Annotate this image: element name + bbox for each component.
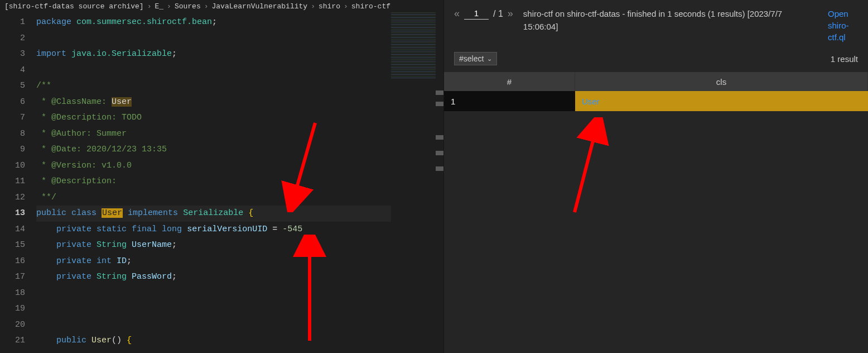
code-line[interactable]: * @Description: (36, 174, 443, 190)
code-area[interactable]: package com.summersec.shiroctf.bean;impo… (36, 12, 443, 353)
select-dropdown[interactable]: #select ⌄ (454, 52, 497, 65)
results-count: 1 result (831, 54, 858, 64)
breadcrumb-segment[interactable]: [shiro-ctf-datas source archive] (4, 2, 144, 11)
line-gutter: 123456789101112131415161718192021 (0, 12, 36, 353)
minimap[interactable] (391, 12, 436, 353)
breadcrumb[interactable]: [shiro-ctf-datas source archive]›E_›Sour… (0, 0, 443, 12)
code-line[interactable]: /** (36, 78, 443, 94)
code-line[interactable]: package com.summersec.shiroctf.bean; (36, 15, 443, 31)
prev-page-button[interactable]: « (454, 8, 460, 20)
open-query-link[interactable]: Open shiro-ctf.ql (828, 8, 858, 43)
page-total: / 1 (493, 9, 503, 19)
breadcrumb-segment[interactable]: shiro-ctf (351, 2, 390, 11)
svg-line-5 (575, 126, 597, 212)
results-header: « / 1 » shiro-ctf on shiro-ctf-datas - f… (444, 0, 868, 49)
cell-index: 1 (444, 91, 575, 111)
code-line[interactable]: * @Author: Summer (36, 126, 443, 142)
code-line[interactable]: public User() { (36, 333, 443, 349)
breadcrumb-segment[interactable]: shiro (319, 2, 340, 11)
code-line[interactable]: * @Description: TODO (36, 110, 443, 126)
scrollbar[interactable] (436, 12, 443, 353)
results-table: # cls 1 User (444, 72, 868, 111)
code-line[interactable]: **/ (36, 190, 443, 206)
code-line[interactable]: private static final long serialVersionU… (36, 222, 443, 238)
code-line[interactable]: * @ClassName: User (36, 94, 443, 111)
breadcrumb-segment[interactable]: JavaLearnVulnerability (212, 2, 308, 11)
select-label: #select (459, 54, 484, 63)
code-line[interactable]: private String UserName; (36, 237, 443, 254)
code-line[interactable] (36, 31, 443, 47)
code-line[interactable]: public class User implements Serializabl… (36, 206, 443, 222)
code-line[interactable] (36, 317, 443, 333)
code-line[interactable]: private String PassWord; (36, 269, 443, 285)
code-line[interactable]: import java.io.Serializable; (36, 46, 443, 63)
page-input[interactable] (464, 8, 489, 20)
column-index[interactable]: # (444, 72, 575, 91)
code-line[interactable]: private int ID; (36, 254, 443, 270)
breadcrumb-segment[interactable]: Soures (175, 2, 201, 11)
cell-cls[interactable]: User (575, 91, 868, 111)
table-row[interactable]: 1 User (444, 91, 868, 111)
code-line[interactable]: * @Version: v1.0.0 (36, 158, 443, 174)
column-cls[interactable]: cls (575, 72, 868, 91)
results-title: shiro-ctf on shiro-ctf-datas - finished … (523, 8, 818, 33)
editor-body: 123456789101112131415161718192021 packag… (0, 12, 443, 353)
breadcrumb-segment[interactable]: E_ (155, 2, 163, 11)
pager: « / 1 » (454, 8, 513, 20)
code-line[interactable] (36, 63, 443, 79)
chevron-down-icon: ⌄ (487, 55, 492, 63)
code-line[interactable]: * @Date: 2020/12/23 13:35 (36, 142, 443, 158)
table-header: # cls (444, 72, 868, 91)
editor-pane: [shiro-ctf-datas source archive]›E_›Sour… (0, 0, 443, 353)
results-pane: « / 1 » shiro-ctf on shiro-ctf-datas - f… (443, 0, 868, 353)
next-page-button[interactable]: » (508, 8, 513, 20)
code-line[interactable] (36, 285, 443, 302)
annotation-arrow (563, 117, 614, 218)
code-line[interactable] (36, 301, 443, 317)
